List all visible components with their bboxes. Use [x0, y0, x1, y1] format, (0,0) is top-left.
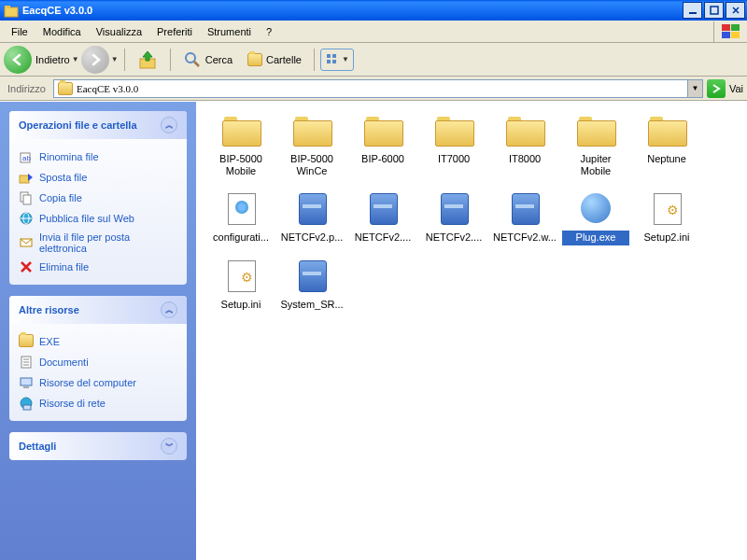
task-link[interactable]: Sposta file [19, 167, 177, 188]
file-item[interactable]: IT7000 [420, 111, 487, 178]
task-link[interactable]: Documenti [19, 352, 177, 372]
svg-rect-31 [23, 405, 31, 410]
folder-icon [360, 111, 405, 148]
file-label: NETCFv2.w... [491, 231, 558, 245]
chevron-up-icon: ︽ [161, 301, 177, 318]
file-label: System_SR... [278, 298, 345, 312]
folder-icon [4, 3, 19, 18]
task-link[interactable]: Copia file [19, 188, 177, 208]
task-label: Invia il file per posta elettronica [39, 231, 177, 254]
exe-icon [573, 189, 618, 227]
chevron-up-icon: ︽ [161, 117, 177, 133]
forward-button[interactable] [81, 46, 109, 74]
view-button[interactable]: ▼ [320, 49, 354, 71]
maximize-button[interactable] [704, 2, 724, 19]
file-item[interactable]: Neptune [633, 111, 700, 178]
task-label: Documenti [39, 357, 89, 368]
toolbar: Indietro ▼ ▼ Cerca Cartelle ▼ [0, 43, 747, 77]
menu-help[interactable]: ? [259, 23, 279, 40]
folders-button[interactable]: Cartelle [241, 49, 308, 71]
task-label: Rinomina file [39, 151, 99, 162]
close-button[interactable] [726, 2, 745, 19]
task-link[interactable]: Pubblica file sul Web [19, 208, 177, 229]
file-item[interactable]: Setup2.ini [633, 189, 700, 245]
folder-icon [289, 111, 334, 148]
file-item[interactable]: configurati... [207, 189, 275, 245]
task-link[interactable]: Invia il file per posta elettronica [19, 229, 177, 257]
file-item[interactable]: Plug.exe [562, 189, 629, 245]
address-input-wrapper[interactable]: ▼ [53, 79, 703, 98]
task-label: Copia file [39, 192, 82, 203]
go-button[interactable]: Vai [707, 79, 743, 98]
panel-header[interactable]: Altre risorse︽ [9, 296, 187, 324]
file-label: NETCFv2.p... [278, 231, 345, 245]
file-label: configurati... [207, 231, 275, 245]
file-item[interactable]: Jupiter Mobile [562, 111, 629, 178]
publish-icon [19, 211, 34, 226]
file-item[interactable]: NETCFv2.... [420, 189, 487, 245]
panel-title: Dettagli [19, 441, 56, 452]
svg-rect-6 [722, 32, 730, 38]
addressbar: Indirizzo ▼ Vai [0, 77, 747, 101]
task-label: Sposta file [39, 172, 87, 183]
file-item[interactable]: NETCFv2.... [349, 189, 416, 245]
docs-icon [19, 355, 34, 370]
task-label: Elimina file [39, 261, 89, 273]
svg-point-9 [186, 53, 195, 63]
svg-rect-14 [332, 60, 336, 63]
titlebar: EacqCE v3.0.0 [0, 0, 747, 21]
task-link[interactable]: Risorse di rete [19, 393, 177, 413]
address-dropdown-icon[interactable]: ▼ [687, 80, 702, 97]
minimize-button[interactable] [683, 2, 702, 19]
panel-body: EXEDocumentiRisorse del computerRisorse … [9, 324, 187, 421]
svg-rect-11 [327, 54, 331, 58]
address-folder-icon [58, 82, 73, 95]
cab-icon [289, 257, 334, 294]
sidebar-panel: Operazioni file e cartella︽abRinomina fi… [9, 111, 187, 285]
folder-icon [502, 111, 547, 148]
folder-icon [19, 334, 34, 349]
file-label: NETCFv2.... [420, 231, 487, 245]
svg-text:ab: ab [22, 154, 31, 162]
copy-icon [19, 190, 34, 205]
search-button[interactable]: Cerca [176, 46, 239, 74]
sidebar-panel: Dettagli︾ [9, 432, 187, 460]
task-link[interactable]: abRinomina file [19, 147, 177, 167]
file-label: BIP-5000 WinCe [278, 152, 345, 178]
forward-dropdown-icon[interactable]: ▼ [111, 55, 119, 63]
file-item[interactable]: BIP-5000 Mobile [207, 111, 275, 178]
email-icon [19, 235, 34, 250]
menu-strumenti[interactable]: Strumenti [200, 23, 259, 40]
panel-header[interactable]: Operazioni file e cartella︽ [9, 111, 187, 139]
move-icon [19, 170, 34, 185]
menu-preferiti[interactable]: Preferiti [149, 23, 200, 40]
file-item[interactable]: System_SR... [278, 257, 345, 312]
task-link[interactable]: Elimina file [19, 257, 177, 277]
back-label[interactable]: Indietro [35, 54, 70, 65]
address-label: Indirizzo [4, 83, 49, 94]
address-input[interactable] [77, 83, 684, 94]
file-item[interactable]: BIP-5000 WinCe [278, 111, 345, 178]
menu-modifica[interactable]: Modifica [35, 23, 89, 40]
sidebar-panel: Altre risorse︽EXEDocumentiRisorse del co… [9, 296, 187, 421]
menu-file[interactable]: File [4, 23, 35, 40]
back-button[interactable] [4, 46, 32, 74]
file-item[interactable]: NETCFv2.w... [491, 189, 558, 245]
file-label: Plug.exe [562, 231, 629, 245]
file-label: Neptune [633, 152, 700, 166]
up-button[interactable] [131, 45, 164, 75]
task-link[interactable]: EXE [19, 331, 177, 352]
file-item[interactable]: Setup.ini [207, 257, 275, 312]
svg-rect-2 [689, 12, 697, 14]
file-item[interactable]: NETCFv2.p... [278, 189, 345, 245]
file-item[interactable]: BIP-6000 [349, 111, 416, 178]
panel-header[interactable]: Dettagli︾ [9, 432, 187, 460]
go-icon [707, 79, 726, 98]
svg-rect-29 [23, 386, 29, 388]
back-dropdown-icon[interactable]: ▼ [72, 55, 79, 63]
rename-icon: ab [19, 149, 34, 164]
file-item[interactable]: IT8000 [491, 111, 558, 178]
menu-visualizza[interactable]: Visualizza [89, 23, 149, 40]
cab-icon [431, 189, 476, 227]
task-link[interactable]: Risorse del computer [19, 372, 177, 393]
